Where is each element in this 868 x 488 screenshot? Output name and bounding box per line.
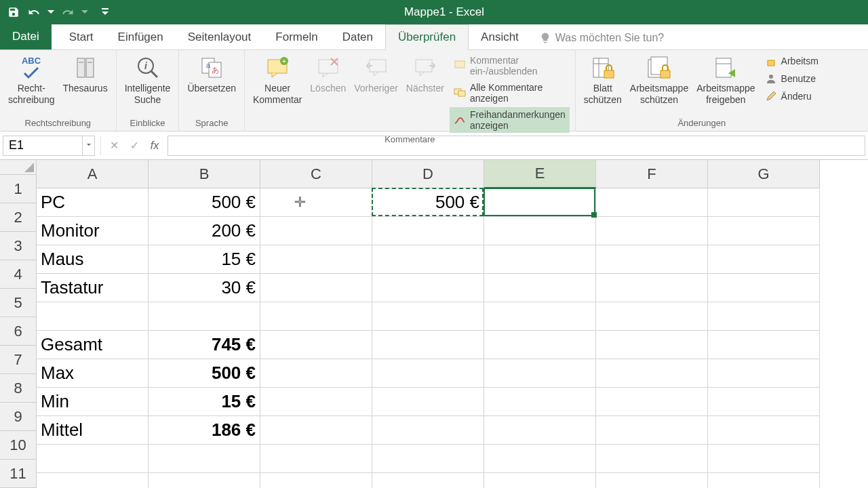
cell[interactable] (596, 302, 708, 331)
cell[interactable] (708, 445, 820, 473)
cell[interactable] (260, 188, 372, 217)
column-header[interactable]: A (37, 160, 149, 188)
row-header[interactable]: 9 (0, 403, 37, 431)
cell[interactable] (596, 359, 708, 388)
row-header[interactable]: 1 (0, 175, 37, 203)
cell[interactable] (149, 302, 260, 331)
translate-button[interactable]: aあ Übersetzen (184, 53, 239, 96)
cell[interactable] (484, 473, 596, 488)
cell[interactable] (372, 217, 484, 245)
tab-daten[interactable]: Daten (330, 25, 385, 49)
undo-dropdown-icon[interactable] (47, 5, 54, 19)
fx-button[interactable]: fx (144, 136, 165, 156)
thesaurus-button[interactable]: Thesaurus (60, 53, 111, 96)
cell[interactable] (708, 302, 820, 331)
smart-lookup-button[interactable]: i Intelligente Suche (122, 53, 174, 107)
prev-comment-button[interactable]: Vorheriger (351, 53, 401, 96)
cell[interactable] (372, 274, 484, 302)
column-header[interactable]: D (372, 160, 484, 188)
tab-einfügen[interactable]: Einfügen (106, 25, 176, 49)
row-header[interactable]: 11 (0, 460, 37, 488)
redo-icon[interactable] (61, 5, 75, 19)
row-header[interactable]: 7 (0, 346, 37, 374)
cell[interactable]: Maus (37, 245, 149, 274)
cell[interactable] (708, 188, 820, 217)
cell[interactable] (484, 445, 596, 473)
cell[interactable] (708, 217, 820, 245)
cell[interactable] (149, 473, 260, 488)
cell[interactable] (484, 359, 596, 388)
cell[interactable] (596, 331, 708, 359)
undo-icon[interactable] (27, 5, 41, 19)
row-header[interactable]: 5 (0, 289, 37, 317)
cell[interactable] (37, 302, 149, 331)
row-header[interactable]: 6 (0, 317, 37, 346)
cell[interactable]: 15 € (149, 388, 260, 416)
tab-ansicht[interactable]: Ansicht (469, 25, 531, 49)
cell[interactable] (484, 245, 596, 274)
cell[interactable] (484, 302, 596, 331)
allow-users-button[interactable]: Benutze (761, 70, 823, 87)
cell[interactable]: 500 € (149, 359, 260, 388)
cell[interactable] (708, 245, 820, 274)
save-icon[interactable] (7, 5, 20, 19)
spell-check-button[interactable]: ABC Recht- schreibung (5, 53, 58, 107)
tab-überprüfen[interactable]: Überprüfen (385, 24, 469, 50)
cell[interactable] (260, 388, 372, 416)
cancel-formula-button[interactable]: ✕ (104, 136, 124, 156)
redo-dropdown-icon[interactable] (81, 5, 88, 19)
cell[interactable]: 30 € (149, 274, 260, 302)
cell[interactable] (596, 473, 708, 488)
cell[interactable]: 500 € (149, 188, 260, 217)
track-changes-button[interactable]: Änderu (761, 88, 823, 104)
tell-me-search[interactable]: Was möchten Sie tun? (531, 26, 672, 49)
row-header[interactable]: 10 (0, 431, 37, 460)
cell[interactable] (596, 188, 708, 217)
qat-customize-icon[interactable] (102, 5, 108, 19)
cell[interactable] (596, 416, 708, 445)
cell[interactable] (484, 388, 596, 416)
cell[interactable] (484, 188, 596, 217)
cell[interactable]: 745 € (149, 331, 260, 359)
show-ink-button[interactable]: Freihandanmerkungen anzeigen (450, 107, 570, 133)
tab-seitenlayout[interactable]: Seitenlayout (176, 25, 264, 49)
cell[interactable] (372, 245, 484, 274)
cell[interactable] (372, 388, 484, 416)
confirm-formula-button[interactable]: ✓ (124, 136, 144, 156)
cell[interactable] (596, 245, 708, 274)
cell[interactable] (708, 274, 820, 302)
column-header[interactable]: F (596, 160, 708, 188)
delete-comment-button[interactable]: Löschen (307, 53, 349, 96)
cell[interactable] (708, 416, 820, 445)
cell[interactable] (708, 359, 820, 388)
tab-formeln[interactable]: Formeln (263, 25, 330, 49)
cell[interactable]: 500 € (372, 188, 484, 217)
cell[interactable] (372, 331, 484, 359)
cell[interactable] (596, 217, 708, 245)
cell[interactable] (596, 388, 708, 416)
row-header[interactable]: 3 (0, 232, 37, 260)
cell[interactable] (260, 245, 372, 274)
file-tab[interactable]: Datei (0, 24, 52, 49)
select-all-corner[interactable] (0, 160, 37, 175)
cell[interactable]: Gesamt (37, 331, 149, 359)
cell[interactable] (484, 217, 596, 245)
protect-share-button[interactable]: Arbeitsm (761, 53, 823, 69)
name-box-dropdown[interactable] (83, 136, 95, 156)
cell[interactable]: 15 € (149, 245, 260, 274)
cell[interactable]: Min (37, 388, 149, 416)
cell[interactable]: Max (37, 359, 149, 388)
cell[interactable] (596, 445, 708, 473)
cell[interactable] (372, 416, 484, 445)
toggle-comment-button[interactable]: Kommentar ein-/ausblenden (450, 53, 570, 79)
cell[interactable] (708, 331, 820, 359)
cell[interactable] (708, 388, 820, 416)
protect-sheet-button[interactable]: Blatt schützen (581, 53, 625, 107)
row-header[interactable]: 2 (0, 203, 37, 232)
cell[interactable]: Tastatur (37, 274, 149, 302)
cell[interactable] (260, 217, 372, 245)
share-workbook-button[interactable]: Arbeitsmappe freigeben (694, 53, 757, 107)
protect-workbook-button[interactable]: Arbeitsmappe schützen (627, 53, 691, 107)
cell[interactable]: Monitor (37, 217, 149, 245)
cell[interactable] (260, 331, 372, 359)
